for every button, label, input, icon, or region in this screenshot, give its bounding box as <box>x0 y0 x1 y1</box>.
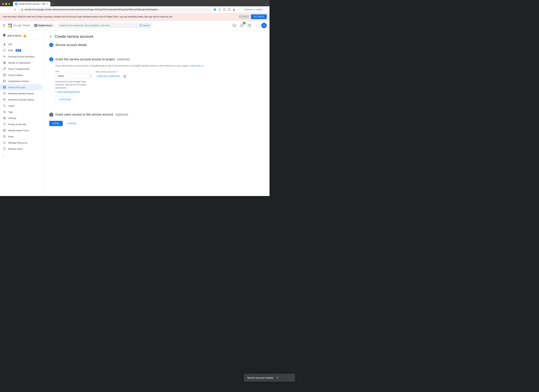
share-icon[interactable] <box>218 8 221 11</box>
notification-count: 2 <box>243 22 245 24</box>
new-tab-button[interactable]: + <box>51 1 54 6</box>
iam-condition-help-icon[interactable]: ? <box>116 70 118 73</box>
search-container: Search (/) for resources, docs, products… <box>57 23 153 28</box>
identity-org-icon <box>3 61 6 64</box>
cancel-button[interactable]: CANCEL <box>64 121 80 126</box>
sidebar-notification-icon: 🔔 <box>23 34 26 37</box>
tab-favicon <box>15 3 17 5</box>
delete-role-button[interactable] <box>123 74 127 79</box>
tags-icon <box>3 110 6 113</box>
svg-rect-15 <box>233 24 236 26</box>
sidebar-item-settings[interactable]: Settings <box>0 115 42 121</box>
hamburger-menu-button[interactable]: ☰ <box>3 24 5 27</box>
add-iam-condition-button[interactable]: + ADD IAM CONDITION <box>96 75 120 77</box>
google-cloud-logo[interactable]: Google Cloud <box>8 24 30 27</box>
more-options-button[interactable]: ⋮ <box>254 22 260 29</box>
svg-point-31 <box>4 135 5 136</box>
role-select-wrapper: Owner Editor Viewer Browser <box>55 73 93 79</box>
screen-share-button[interactable] <box>231 22 237 29</box>
back-navigation-button[interactable]: ‹ <box>2 8 6 12</box>
sidebar-item-manage-resources[interactable]: Manage Resources <box>0 140 42 146</box>
minimize-window-button[interactable] <box>5 3 7 5</box>
iam-condition-container: IAM condition (optional) ? + ADD IAM CON… <box>96 70 120 77</box>
sidebar-item-service-accounts[interactable]: Service Accounts <box>0 84 42 90</box>
step-1-title: Service account details <box>55 43 87 47</box>
continue-button[interactable]: CONTINUE <box>55 97 75 102</box>
sidebar: IAM & Admin 🔔 IAM PAM NEW <box>0 30 44 196</box>
reload-button[interactable]: ↻ <box>13 8 17 12</box>
release-notes-icon <box>3 148 6 150</box>
profile-icon[interactable] <box>232 8 236 11</box>
bell-icon <box>240 24 244 27</box>
sidebar-item-label: Workload Identity Federat... <box>8 92 35 95</box>
step-2-header: 2 Grant this service account access to p… <box>49 57 264 61</box>
sidebar-item-workforce-identity[interactable]: Workforce Identity Federa... <box>0 96 42 103</box>
sidebar-item-label: Settings <box>8 117 16 120</box>
done-button[interactable]: DONE <box>49 121 63 126</box>
activate-button[interactable]: ACTIVATE <box>251 14 267 19</box>
svg-rect-12 <box>8 26 10 27</box>
user-avatar[interactable]: S <box>261 23 267 28</box>
step-1: ✓ Service account details <box>49 43 264 53</box>
address-bar-actions: G ⋮ Relaunch to update ⋮ <box>213 7 267 12</box>
window-controls: ⌄ <box>265 2 267 5</box>
labels-icon <box>3 104 6 107</box>
svg-text:G: G <box>214 9 216 11</box>
iam-icon <box>3 43 6 46</box>
workload-identity-icon <box>3 92 6 95</box>
dismiss-button[interactable]: DISMISS <box>239 15 249 18</box>
url-text: console.cloud.google.com/iam-admin/servi… <box>24 8 159 11</box>
step-3-subtitle: (optional) <box>115 113 128 116</box>
sidebar-header: IAM & Admin 🔔 <box>0 32 43 40</box>
sidebar-item-label: Labels <box>8 105 15 107</box>
browser-tab[interactable]: Create service account – IAM ✕ <box>13 1 50 6</box>
tab-bar: Create service account – IAM ✕ + <box>13 1 264 6</box>
bookmark-icon[interactable] <box>223 8 226 11</box>
svg-point-9 <box>233 9 234 10</box>
sidebar-collapse-button[interactable]: ‹ <box>0 152 43 158</box>
sidebar-item-labels[interactable]: Labels <box>0 103 42 109</box>
step-3-number: 3 <box>49 113 53 117</box>
sidebar-item-privacy-security[interactable]: Privacy & Security <box>0 121 42 127</box>
sidebar-item-principal-access-boundary[interactable]: Principal Access Boundary <box>0 53 42 60</box>
sidebar-item-iam[interactable]: IAM <box>0 41 42 47</box>
url-bar[interactable]: 🔒 console.cloud.google.com/iam-admin/ser… <box>19 7 212 12</box>
sidebar-item-roles[interactable]: Roles <box>0 134 42 140</box>
back-button[interactable] <box>49 35 53 38</box>
learn-more-link[interactable]: Learn more <box>189 64 204 67</box>
service-accounts-icon <box>3 86 6 89</box>
maximize-window-button[interactable] <box>8 3 10 5</box>
svg-point-19 <box>4 43 5 44</box>
sidebar-item-workload-identity[interactable]: Workload Identity Federat... <box>0 90 42 96</box>
relaunch-button[interactable]: Relaunch to update ⋮ <box>242 7 267 12</box>
forward-navigation-button[interactable]: › <box>8 8 12 12</box>
close-window-button[interactable] <box>2 3 4 5</box>
sidebar-item-tags[interactable]: Tags <box>0 109 42 115</box>
search-button[interactable]: Search <box>140 24 150 27</box>
help-button[interactable] <box>246 22 252 29</box>
sidebar-item-identity-aware-proxy[interactable]: Identity-Aware Proxy <box>0 127 42 134</box>
svg-rect-3 <box>16 4 17 5</box>
sidebar-item-policy-troubleshooter[interactable]: Policy Troubleshooter <box>0 66 42 72</box>
add-another-role-button[interactable]: + ADD ANOTHER ROLE <box>55 91 264 93</box>
more-icon[interactable]: ⋮ <box>237 8 241 11</box>
notification-badge-container: 2 <box>239 22 245 29</box>
manage-resources-icon <box>3 141 6 144</box>
trial-actions: DISMISS ACTIVATE <box>239 14 267 19</box>
sidebar-item-organization-policies[interactable]: Organization Policies <box>0 78 42 84</box>
sidebar-item-identity-organization[interactable]: Identity & Organization <box>0 60 42 66</box>
search-icon <box>140 24 142 27</box>
sidebar-item-policy-analyzer[interactable]: Policy Analyzer <box>0 72 42 78</box>
project-selector[interactable]: StayBooking ▾ <box>33 23 54 28</box>
tablet-icon[interactable] <box>227 8 231 11</box>
svg-rect-10 <box>8 24 10 25</box>
iam-condition-label: IAM condition (optional) ? <box>96 70 120 73</box>
google-icon[interactable]: G <box>213 8 217 11</box>
role-dropdown[interactable]: Owner Editor Viewer Browser <box>55 73 93 79</box>
tab-close-button[interactable]: ✕ <box>46 3 48 5</box>
sidebar-item-release-notes[interactable]: Release Notes <box>0 146 42 152</box>
principal-access-icon <box>3 55 6 58</box>
step-1-header: ✓ Service account details <box>49 43 264 47</box>
trial-banner: Free trial status: $300.00 credit and 78… <box>0 13 270 21</box>
sidebar-item-pam[interactable]: PAM NEW <box>0 47 42 53</box>
